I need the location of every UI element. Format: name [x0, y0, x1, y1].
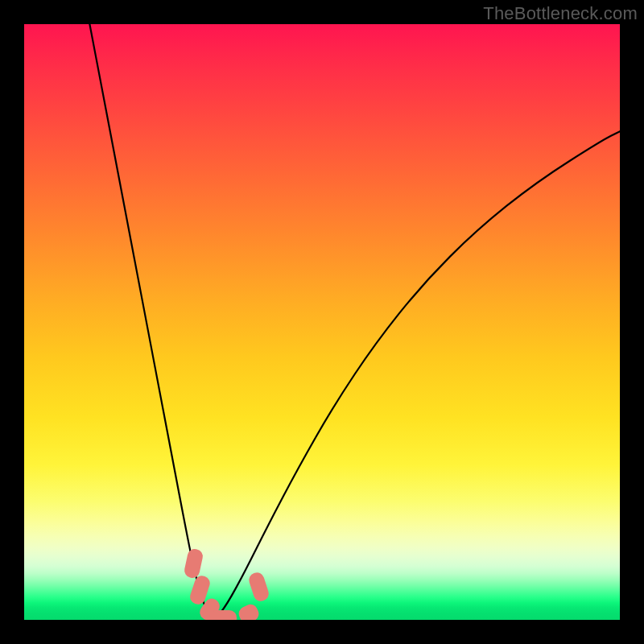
plot-area: [24, 24, 620, 620]
data-marker: [209, 610, 237, 620]
watermark-text: TheBottleneck.com: [483, 3, 638, 24]
chart-frame: TheBottleneck.com: [0, 0, 644, 644]
data-marker: [237, 602, 261, 620]
data-marker: [247, 571, 270, 603]
data-marker: [183, 547, 204, 579]
data-markers: [24, 24, 620, 620]
